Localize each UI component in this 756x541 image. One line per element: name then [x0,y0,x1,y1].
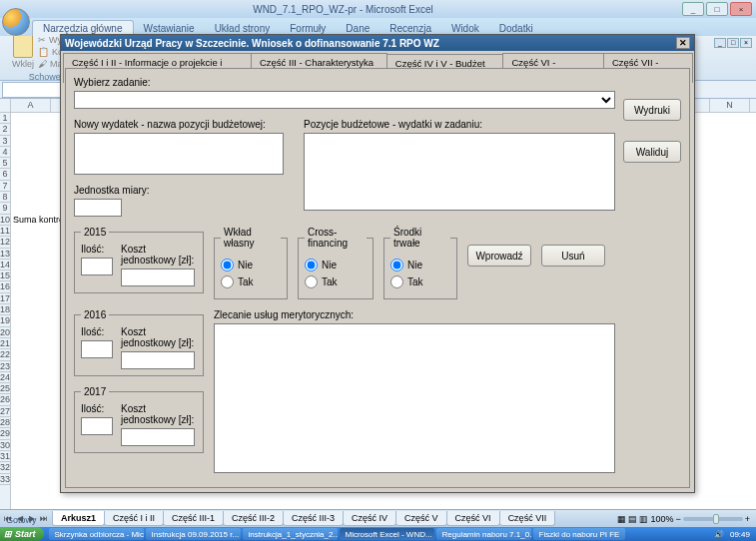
zoom-out[interactable]: − [675,514,680,524]
view-normal-icon[interactable]: ▦ [617,514,626,524]
row-header-21[interactable]: 21 [0,338,10,349]
usun-button[interactable]: Usuń [541,245,605,267]
cross-tak-radio[interactable]: Tak [305,275,367,288]
row-header-1[interactable]: 1 [0,113,10,124]
row-header-12[interactable]: 12 [0,237,10,248]
dialog-close-button[interactable]: ✕ [676,37,690,49]
jednostka-miary-input[interactable] [74,199,122,217]
row-header-16[interactable]: 16 [0,281,10,292]
zoom-slider[interactable] [683,517,743,521]
row-header-25[interactable]: 25 [0,383,10,394]
status-bar-text: Gotowy [0,513,43,527]
wydruki-button[interactable]: Wydruki [623,99,681,121]
close-button[interactable]: × [730,2,752,16]
ilosc-2015-input[interactable] [81,258,113,275]
wybierz-zadanie-select[interactable] [74,91,615,109]
taskbar-item-regulamin[interactable]: Regulamin naboru 7.1_0... [436,528,531,540]
row-header-22[interactable]: 22 [0,349,10,360]
row-header-15[interactable]: 15 [0,270,10,281]
maximize-button[interactable]: □ [706,2,728,16]
ilosc-2017-label: Ilość: [81,403,113,414]
taskbar-item-instrukcja1[interactable]: Instrukcja 09.09.2015 r... [146,528,241,540]
start-button[interactable]: ⊞Start [0,527,44,541]
row-header-30[interactable]: 30 [0,440,10,451]
row-header-5[interactable]: 5 [0,158,10,169]
koszt-2015-input[interactable] [121,269,195,286]
row-header-14[interactable]: 14 [0,260,10,270]
sheet-tab-czesc-3-2[interactable]: Część III-2 [223,511,284,526]
row-header-10[interactable]: 10 [0,215,10,226]
row-header-24[interactable]: 24 [0,372,10,383]
row-header-20[interactable]: 20 [0,327,10,338]
row-header-4[interactable]: 4 [0,147,10,158]
sheet-tab-czesc-3-1[interactable]: Część III-1 [163,511,224,526]
row-header-33[interactable]: 33 [0,474,10,485]
sheet-tab-czesc-5[interactable]: Część V [395,511,447,526]
zoom-in[interactable]: + [745,514,750,524]
sheet-tab-czesc-4[interactable]: Część IV [343,511,396,526]
sheet-tab-czesc-7[interactable]: Część VII [499,511,556,526]
row-header-9[interactable]: 9 [0,203,10,214]
sheet-tab-arkusz1[interactable]: Arkusz1 [52,511,105,526]
doc-restore[interactable]: □ [727,38,739,48]
koszt-2017-label: Koszt jednostkowy [zł]: [121,403,197,425]
office-button[interactable] [2,8,30,36]
wklad-tak-radio[interactable]: Tak [221,275,281,288]
sheet-tab-czesc-3-3[interactable]: Część III-3 [283,511,344,526]
row-header-31[interactable]: 31 [0,451,10,462]
dofinansowanie-dialog: Wojewódzki Urząd Pracy w Szczecinie. Wni… [60,34,695,493]
row-header-18[interactable]: 18 [0,304,10,315]
row-header-19[interactable]: 19 [0,315,10,326]
row-header-13[interactable]: 13 [0,249,10,260]
tray-icon[interactable]: 🔊 [714,530,724,539]
col-header-O[interactable]: O [750,99,756,112]
waliduj-button[interactable]: Waliduj [623,141,681,163]
row-header-27[interactable]: 27 [0,406,10,417]
nowy-wydatek-input[interactable] [74,133,284,175]
doc-close[interactable]: × [740,38,752,48]
koszt-2017-input[interactable] [121,428,195,446]
row-header-28[interactable]: 28 [0,417,10,428]
wprowadz-button[interactable]: Wprowadź [467,245,531,267]
row-header-8[interactable]: 8 [0,192,10,203]
row-header-29[interactable]: 29 [0,428,10,439]
doc-minimize[interactable]: _ [714,38,726,48]
row-header-7[interactable]: 7 [0,181,10,192]
name-box[interactable] [2,82,62,98]
minimize-button[interactable]: _ [682,2,704,16]
taskbar-item-instrukcja2[interactable]: instrukcja_1_stycznia_2... [243,528,338,540]
taskbar-item-fiszki[interactable]: Fiszki do naboru PI FE [533,528,626,540]
cross-nie-radio[interactable]: Nie [305,259,367,271]
zlecanie-uslug-textarea[interactable] [214,323,615,473]
rok-2017-label: 2017 [81,386,109,397]
view-break-icon[interactable]: ▥ [639,514,648,524]
pozycje-budzetowe-list[interactable] [304,133,615,211]
row-header-6[interactable]: 6 [0,169,10,180]
taskbar-item-outlook[interactable]: Skrzynka odbiorcza - Mic... [49,528,144,540]
col-header-N[interactable]: N [710,99,750,112]
row-header-3[interactable]: 3 [0,136,10,147]
srodki-nie-radio[interactable]: Nie [390,259,450,271]
sheet-tab-czesc-1-2[interactable]: Część I i II [104,511,164,526]
wklad-wlasny-label: Wkład własny [221,227,281,249]
col-header-A[interactable]: A [11,99,51,112]
taskbar-item-excel[interactable]: Microsoft Excel - WND... [340,528,434,540]
wklad-nie-radio[interactable]: Nie [221,259,281,271]
row-header-17[interactable]: 17 [0,293,10,304]
srodki-tak-radio[interactable]: Tak [390,275,450,288]
ilosc-2016-input[interactable] [81,340,113,358]
sheet-tab-czesc-6[interactable]: Część VI [446,511,500,526]
row-header-32[interactable]: 32 [0,462,10,473]
koszt-2016-input[interactable] [121,351,195,369]
row-header-2[interactable]: 2 [0,124,10,135]
row-header-11[interactable]: 11 [0,226,10,237]
view-layout-icon[interactable]: ▤ [628,514,637,524]
zoom-level: 100% [650,514,673,524]
row-header-23[interactable]: 23 [0,361,10,372]
ilosc-2017-input[interactable] [81,417,113,435]
paste-button[interactable]: Wklej [12,58,34,70]
srodki-trwale-label: Środki trwałe [390,227,450,249]
rok-2016-label: 2016 [81,309,109,320]
cross-financing-label: Cross-financing [305,227,367,249]
row-header-26[interactable]: 26 [0,394,10,405]
